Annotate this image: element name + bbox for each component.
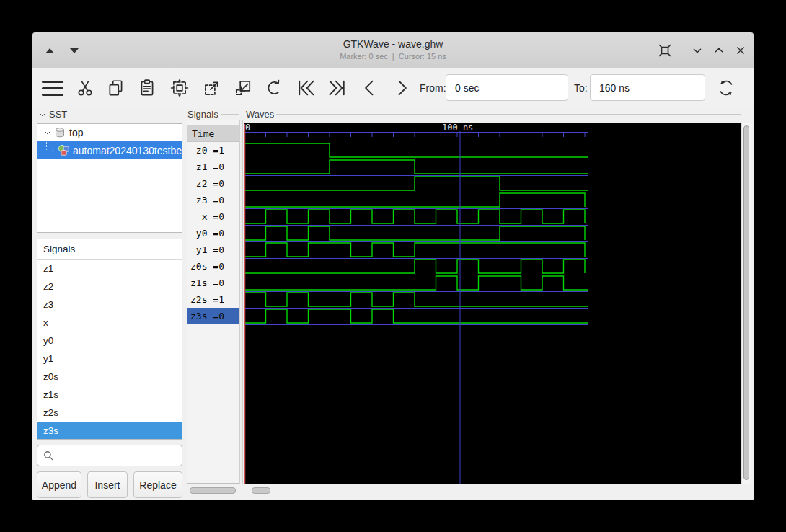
toolbar: From: To: xyxy=(32,68,754,107)
titlebar: GTKWave - wave.ghw Marker: 0 sec | Curso… xyxy=(32,32,754,68)
paste-clipboard-icon xyxy=(138,79,156,97)
sst-tree-panel: top automat20240130testbe xyxy=(37,123,182,233)
close-icon xyxy=(733,43,748,58)
list-item[interactable]: z1s xyxy=(37,386,182,404)
list-item[interactable]: z0s xyxy=(37,368,182,386)
close-button[interactable] xyxy=(730,40,751,61)
zoom-fit-button[interactable] xyxy=(165,74,194,102)
chevron-up-icon xyxy=(711,43,727,58)
wave-signal-row[interactable]: y1 =0 xyxy=(187,241,239,258)
replace-button[interactable]: Replace xyxy=(133,471,182,498)
wave-signal-row-selected[interactable]: z3s =0 xyxy=(187,308,239,324)
time-header[interactable]: Time xyxy=(187,125,239,142)
skip-to-end-icon xyxy=(327,78,348,98)
next-edge-button[interactable] xyxy=(387,74,416,102)
window-title: GTKWave - wave.ghw xyxy=(32,38,754,50)
chevron-right-icon xyxy=(51,146,54,154)
search-icon xyxy=(42,449,55,462)
gtkwave-window: GTKWave - wave.ghw Marker: 0 sec | Curso… xyxy=(32,32,754,500)
from-input[interactable] xyxy=(446,74,568,101)
wave-display-area[interactable]: 0100 ns xyxy=(244,123,741,484)
wave-signal-row[interactable]: z0 =1 xyxy=(187,142,239,159)
list-item[interactable]: x xyxy=(37,314,182,332)
list-item[interactable]: y0 xyxy=(37,332,182,350)
chevron-right-icon xyxy=(392,78,412,98)
module-icon xyxy=(58,144,70,156)
fullscreen-icon xyxy=(656,42,674,59)
frame-line xyxy=(221,114,239,115)
waveform-canvas[interactable]: 0100 ns xyxy=(244,123,741,484)
waves-v-scrollbar[interactable] xyxy=(741,123,751,484)
go-to-start-button[interactable] xyxy=(291,74,320,102)
paste-button[interactable] xyxy=(133,74,162,102)
waves-h-scrollbar-thumb[interactable] xyxy=(252,487,270,494)
scissors-icon xyxy=(76,79,94,97)
signal-search-field[interactable] xyxy=(37,445,182,466)
wave-signal-row[interactable]: z0s =0 xyxy=(187,258,239,275)
to-label: To: xyxy=(574,68,588,107)
chevron-down-icon xyxy=(689,43,705,58)
signal-values-panel: Time z0 =1 z1 =0 z2 =0 z3 =0 x =0 y0 =0 … xyxy=(187,120,239,484)
reload-icon xyxy=(717,79,736,97)
tree-item-top[interactable]: top xyxy=(37,124,182,141)
scope-cylinder-icon xyxy=(54,127,66,138)
svg-text:0: 0 xyxy=(245,123,250,133)
panel-divider-scrollbar[interactable] xyxy=(239,120,243,484)
to-input[interactable] xyxy=(590,74,705,101)
wave-signal-row[interactable]: y0 =0 xyxy=(187,225,239,241)
wave-signal-row[interactable]: x =0 xyxy=(187,208,239,225)
skip-to-start-icon xyxy=(296,78,316,98)
insert-button[interactable]: Insert xyxy=(87,471,128,498)
signal-list-panel: Signals z1 z2 z3 x y0 y1 z0s z1s z2s z3s xyxy=(37,239,182,440)
expander-chevron-icon xyxy=(38,110,47,119)
chevron-left-icon xyxy=(360,78,380,98)
from-label: From: xyxy=(420,68,446,107)
svg-text:100 ns: 100 ns xyxy=(442,123,473,133)
maximize-button[interactable] xyxy=(709,40,729,61)
zoom-in-button[interactable] xyxy=(229,74,257,102)
reload-button[interactable] xyxy=(712,74,741,102)
previous-edge-button[interactable] xyxy=(356,74,384,102)
list-item-selected[interactable]: z3s xyxy=(37,422,182,440)
zoom-in-icon xyxy=(234,79,252,97)
zoom-fit-icon xyxy=(170,79,189,97)
minimize-button[interactable] xyxy=(687,40,707,61)
tree-item-label: automat20240130testbe xyxy=(73,145,182,156)
wave-signal-row[interactable]: z2 =0 xyxy=(187,175,239,192)
tree-connector xyxy=(46,142,50,151)
waves-frame-label: Waves xyxy=(246,109,274,120)
copy-icon xyxy=(107,79,125,97)
menu-button[interactable] xyxy=(38,74,67,102)
chevron-down-icon xyxy=(43,128,52,137)
zoom-out-icon xyxy=(202,79,221,97)
wave-signal-row[interactable]: z1s =0 xyxy=(187,275,239,291)
cut-button[interactable] xyxy=(71,74,100,102)
list-item[interactable]: y1 xyxy=(37,350,182,368)
signals-frame-label: Signals xyxy=(187,109,218,120)
wave-signal-row[interactable]: z1 =0 xyxy=(187,159,239,175)
go-to-end-button[interactable] xyxy=(323,74,352,102)
frame-line xyxy=(276,114,741,115)
list-item[interactable]: z2s xyxy=(37,404,182,422)
waves-v-scrollbar-thumb[interactable] xyxy=(743,125,749,480)
zoom-out-button[interactable] xyxy=(197,74,226,102)
tree-item-label: top xyxy=(69,127,83,138)
copy-button[interactable] xyxy=(102,74,131,102)
list-item[interactable]: z3 xyxy=(37,296,182,314)
signal-list-header: Signals xyxy=(37,239,182,260)
sst-header-label: SST xyxy=(49,109,67,120)
list-item[interactable]: z1 xyxy=(37,260,182,278)
fullscreen-button[interactable] xyxy=(655,40,675,61)
list-item[interactable]: z2 xyxy=(37,278,182,296)
sst-expander[interactable]: SST xyxy=(38,109,67,120)
wave-signal-row[interactable]: z2s =1 xyxy=(187,291,239,308)
append-button[interactable]: Append xyxy=(37,471,81,498)
marker-cursor-status: Marker: 0 sec | Cursor: 15 ns xyxy=(32,52,754,61)
tree-item-automat[interactable]: automat20240130testbe xyxy=(37,141,182,159)
undo-button[interactable] xyxy=(260,74,288,102)
undo-icon xyxy=(265,79,283,97)
signals-h-scrollbar-thumb[interactable] xyxy=(190,487,236,494)
wave-signal-row[interactable]: z3 =0 xyxy=(187,192,239,208)
hamburger-menu-icon xyxy=(42,81,63,96)
